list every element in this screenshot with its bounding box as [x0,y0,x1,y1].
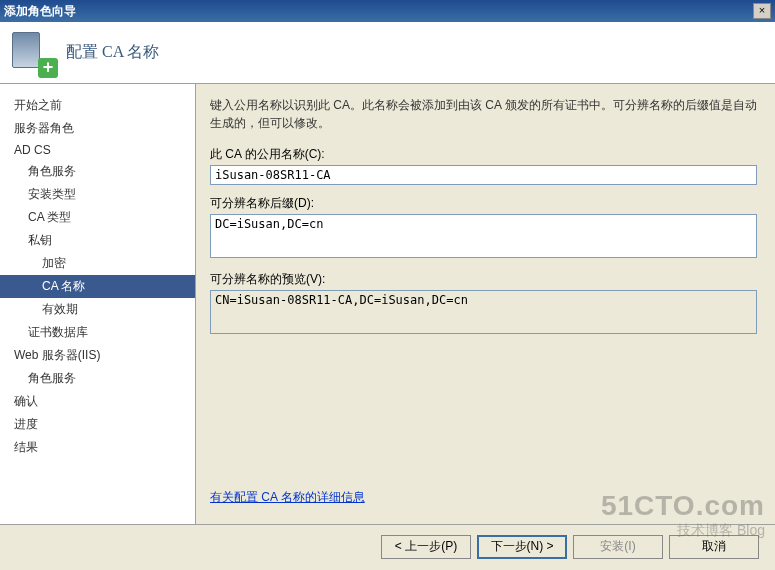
sidebar-item-13[interactable]: 确认 [0,390,195,413]
sidebar-item-4[interactable]: 安装类型 [0,183,195,206]
sidebar-item-15[interactable]: 结果 [0,436,195,459]
install-button: 安装(I) [573,535,663,559]
common-name-label: 此 CA 的公用名称(C): [210,146,757,163]
sidebar-item-0[interactable]: 开始之前 [0,94,195,117]
more-info-link[interactable]: 有关配置 CA 名称的详细信息 [210,489,365,506]
cancel-button[interactable]: 取消 [669,535,759,559]
dn-preview-textarea [210,290,757,334]
close-icon[interactable]: × [753,3,771,19]
sidebar-item-3[interactable]: 角色服务 [0,160,195,183]
sidebar-item-11[interactable]: Web 服务器(IIS) [0,344,195,367]
sidebar-item-7[interactable]: 加密 [0,252,195,275]
sidebar-item-6[interactable]: 私钥 [0,229,195,252]
sidebar-item-10[interactable]: 证书数据库 [0,321,195,344]
dn-suffix-label: 可分辨名称后缀(D): [210,195,757,212]
sidebar-item-8[interactable]: CA 名称 [0,275,195,298]
button-row: < 上一步(P) 下一步(N) > 安装(I) 取消 [0,524,775,568]
sidebar-item-1[interactable]: 服务器角色 [0,117,195,140]
header-band: + 配置 CA 名称 [0,22,775,84]
titlebar: 添加角色向导 × [0,0,775,22]
dn-preview-label: 可分辨名称的预览(V): [210,271,757,288]
sidebar-item-2[interactable]: AD CS [0,140,195,160]
page-title: 配置 CA 名称 [66,42,159,63]
content-row: 开始之前服务器角色AD CS角色服务安装类型CA 类型私钥加密CA 名称有效期证… [0,84,775,524]
common-name-input[interactable] [210,165,757,185]
sidebar-item-9[interactable]: 有效期 [0,298,195,321]
instruction-text: 键入公用名称以识别此 CA。此名称会被添加到由该 CA 颁发的所有证书中。可分辨… [210,96,757,132]
server-plus-icon: + [12,32,54,74]
sidebar-item-14[interactable]: 进度 [0,413,195,436]
sidebar-item-12[interactable]: 角色服务 [0,367,195,390]
prev-button[interactable]: < 上一步(P) [381,535,471,559]
sidebar: 开始之前服务器角色AD CS角色服务安装类型CA 类型私钥加密CA 名称有效期证… [0,84,195,524]
dn-suffix-textarea[interactable] [210,214,757,258]
sidebar-item-5[interactable]: CA 类型 [0,206,195,229]
window-title: 添加角色向导 [4,0,76,22]
main-panel: 键入公用名称以识别此 CA。此名称会被添加到由该 CA 颁发的所有证书中。可分辨… [195,84,775,524]
next-button[interactable]: 下一步(N) > [477,535,567,559]
